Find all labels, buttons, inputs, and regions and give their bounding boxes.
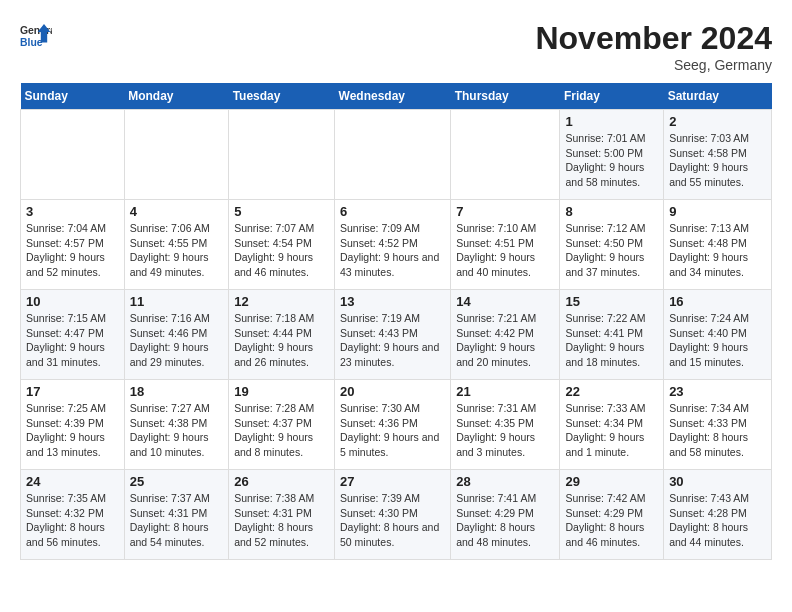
day-number: 2 (669, 114, 766, 129)
title-block: November 2024 Seeg, Germany (535, 20, 772, 73)
day-number: 1 (565, 114, 658, 129)
day-number: 22 (565, 384, 658, 399)
day-number: 6 (340, 204, 445, 219)
day-info: Sunrise: 7:34 AM Sunset: 4:33 PM Dayligh… (669, 401, 766, 460)
day-number: 23 (669, 384, 766, 399)
day-info: Sunrise: 7:38 AM Sunset: 4:31 PM Dayligh… (234, 491, 329, 550)
day-info: Sunrise: 7:22 AM Sunset: 4:41 PM Dayligh… (565, 311, 658, 370)
day-info: Sunrise: 7:27 AM Sunset: 4:38 PM Dayligh… (130, 401, 224, 460)
calendar-table: Sunday Monday Tuesday Wednesday Thursday… (20, 83, 772, 560)
day-number: 30 (669, 474, 766, 489)
calendar-cell (451, 110, 560, 200)
calendar-cell: 19Sunrise: 7:28 AM Sunset: 4:37 PM Dayli… (229, 380, 335, 470)
header-saturday: Saturday (664, 83, 772, 110)
header-wednesday: Wednesday (335, 83, 451, 110)
day-info: Sunrise: 7:04 AM Sunset: 4:57 PM Dayligh… (26, 221, 119, 280)
day-number: 21 (456, 384, 554, 399)
logo-icon: General Blue (20, 20, 52, 52)
day-number: 8 (565, 204, 658, 219)
header-tuesday: Tuesday (229, 83, 335, 110)
day-info: Sunrise: 7:21 AM Sunset: 4:42 PM Dayligh… (456, 311, 554, 370)
calendar-week-3: 17Sunrise: 7:25 AM Sunset: 4:39 PM Dayli… (21, 380, 772, 470)
calendar-cell: 10Sunrise: 7:15 AM Sunset: 4:47 PM Dayli… (21, 290, 125, 380)
header-row: Sunday Monday Tuesday Wednesday Thursday… (21, 83, 772, 110)
day-info: Sunrise: 7:09 AM Sunset: 4:52 PM Dayligh… (340, 221, 445, 280)
header-friday: Friday (560, 83, 664, 110)
day-info: Sunrise: 7:43 AM Sunset: 4:28 PM Dayligh… (669, 491, 766, 550)
day-number: 11 (130, 294, 224, 309)
day-number: 29 (565, 474, 658, 489)
header-thursday: Thursday (451, 83, 560, 110)
day-info: Sunrise: 7:28 AM Sunset: 4:37 PM Dayligh… (234, 401, 329, 460)
day-number: 5 (234, 204, 329, 219)
day-info: Sunrise: 7:19 AM Sunset: 4:43 PM Dayligh… (340, 311, 445, 370)
day-info: Sunrise: 7:10 AM Sunset: 4:51 PM Dayligh… (456, 221, 554, 280)
calendar-cell: 6Sunrise: 7:09 AM Sunset: 4:52 PM Daylig… (335, 200, 451, 290)
calendar-cell (335, 110, 451, 200)
page-header: General Blue November 2024 Seeg, Germany (20, 20, 772, 73)
day-number: 28 (456, 474, 554, 489)
calendar-cell: 3Sunrise: 7:04 AM Sunset: 4:57 PM Daylig… (21, 200, 125, 290)
calendar-cell (229, 110, 335, 200)
logo: General Blue (20, 20, 52, 52)
calendar-cell: 21Sunrise: 7:31 AM Sunset: 4:35 PM Dayli… (451, 380, 560, 470)
day-number: 7 (456, 204, 554, 219)
day-number: 20 (340, 384, 445, 399)
day-info: Sunrise: 7:25 AM Sunset: 4:39 PM Dayligh… (26, 401, 119, 460)
day-info: Sunrise: 7:16 AM Sunset: 4:46 PM Dayligh… (130, 311, 224, 370)
day-info: Sunrise: 7:07 AM Sunset: 4:54 PM Dayligh… (234, 221, 329, 280)
calendar-cell: 27Sunrise: 7:39 AM Sunset: 4:30 PM Dayli… (335, 470, 451, 560)
calendar-week-4: 24Sunrise: 7:35 AM Sunset: 4:32 PM Dayli… (21, 470, 772, 560)
calendar-cell: 1Sunrise: 7:01 AM Sunset: 5:00 PM Daylig… (560, 110, 664, 200)
calendar-cell: 9Sunrise: 7:13 AM Sunset: 4:48 PM Daylig… (664, 200, 772, 290)
calendar-week-0: 1Sunrise: 7:01 AM Sunset: 5:00 PM Daylig… (21, 110, 772, 200)
day-number: 19 (234, 384, 329, 399)
calendar-cell: 28Sunrise: 7:41 AM Sunset: 4:29 PM Dayli… (451, 470, 560, 560)
day-number: 12 (234, 294, 329, 309)
calendar-cell: 12Sunrise: 7:18 AM Sunset: 4:44 PM Dayli… (229, 290, 335, 380)
calendar-cell: 22Sunrise: 7:33 AM Sunset: 4:34 PM Dayli… (560, 380, 664, 470)
calendar-cell (124, 110, 229, 200)
day-info: Sunrise: 7:30 AM Sunset: 4:36 PM Dayligh… (340, 401, 445, 460)
day-number: 27 (340, 474, 445, 489)
calendar-cell: 29Sunrise: 7:42 AM Sunset: 4:29 PM Dayli… (560, 470, 664, 560)
day-info: Sunrise: 7:41 AM Sunset: 4:29 PM Dayligh… (456, 491, 554, 550)
calendar-cell: 23Sunrise: 7:34 AM Sunset: 4:33 PM Dayli… (664, 380, 772, 470)
day-number: 9 (669, 204, 766, 219)
calendar-cell: 5Sunrise: 7:07 AM Sunset: 4:54 PM Daylig… (229, 200, 335, 290)
calendar-cell: 14Sunrise: 7:21 AM Sunset: 4:42 PM Dayli… (451, 290, 560, 380)
day-info: Sunrise: 7:24 AM Sunset: 4:40 PM Dayligh… (669, 311, 766, 370)
calendar-cell: 8Sunrise: 7:12 AM Sunset: 4:50 PM Daylig… (560, 200, 664, 290)
day-info: Sunrise: 7:12 AM Sunset: 4:50 PM Dayligh… (565, 221, 658, 280)
day-info: Sunrise: 7:01 AM Sunset: 5:00 PM Dayligh… (565, 131, 658, 190)
calendar-week-2: 10Sunrise: 7:15 AM Sunset: 4:47 PM Dayli… (21, 290, 772, 380)
calendar-cell: 26Sunrise: 7:38 AM Sunset: 4:31 PM Dayli… (229, 470, 335, 560)
calendar-cell: 18Sunrise: 7:27 AM Sunset: 4:38 PM Dayli… (124, 380, 229, 470)
day-info: Sunrise: 7:37 AM Sunset: 4:31 PM Dayligh… (130, 491, 224, 550)
day-number: 4 (130, 204, 224, 219)
day-number: 17 (26, 384, 119, 399)
day-info: Sunrise: 7:42 AM Sunset: 4:29 PM Dayligh… (565, 491, 658, 550)
month-title: November 2024 (535, 20, 772, 57)
calendar-cell: 20Sunrise: 7:30 AM Sunset: 4:36 PM Dayli… (335, 380, 451, 470)
calendar-cell: 17Sunrise: 7:25 AM Sunset: 4:39 PM Dayli… (21, 380, 125, 470)
day-info: Sunrise: 7:03 AM Sunset: 4:58 PM Dayligh… (669, 131, 766, 190)
location-subtitle: Seeg, Germany (535, 57, 772, 73)
svg-text:Blue: Blue (20, 37, 43, 48)
day-number: 26 (234, 474, 329, 489)
calendar-cell: 11Sunrise: 7:16 AM Sunset: 4:46 PM Dayli… (124, 290, 229, 380)
calendar-cell: 13Sunrise: 7:19 AM Sunset: 4:43 PM Dayli… (335, 290, 451, 380)
calendar-cell: 25Sunrise: 7:37 AM Sunset: 4:31 PM Dayli… (124, 470, 229, 560)
calendar-body: 1Sunrise: 7:01 AM Sunset: 5:00 PM Daylig… (21, 110, 772, 560)
day-number: 18 (130, 384, 224, 399)
calendar-cell: 30Sunrise: 7:43 AM Sunset: 4:28 PM Dayli… (664, 470, 772, 560)
day-info: Sunrise: 7:18 AM Sunset: 4:44 PM Dayligh… (234, 311, 329, 370)
calendar-cell: 24Sunrise: 7:35 AM Sunset: 4:32 PM Dayli… (21, 470, 125, 560)
day-info: Sunrise: 7:39 AM Sunset: 4:30 PM Dayligh… (340, 491, 445, 550)
day-number: 15 (565, 294, 658, 309)
calendar-cell: 7Sunrise: 7:10 AM Sunset: 4:51 PM Daylig… (451, 200, 560, 290)
calendar-cell (21, 110, 125, 200)
day-info: Sunrise: 7:33 AM Sunset: 4:34 PM Dayligh… (565, 401, 658, 460)
day-info: Sunrise: 7:35 AM Sunset: 4:32 PM Dayligh… (26, 491, 119, 550)
day-number: 16 (669, 294, 766, 309)
